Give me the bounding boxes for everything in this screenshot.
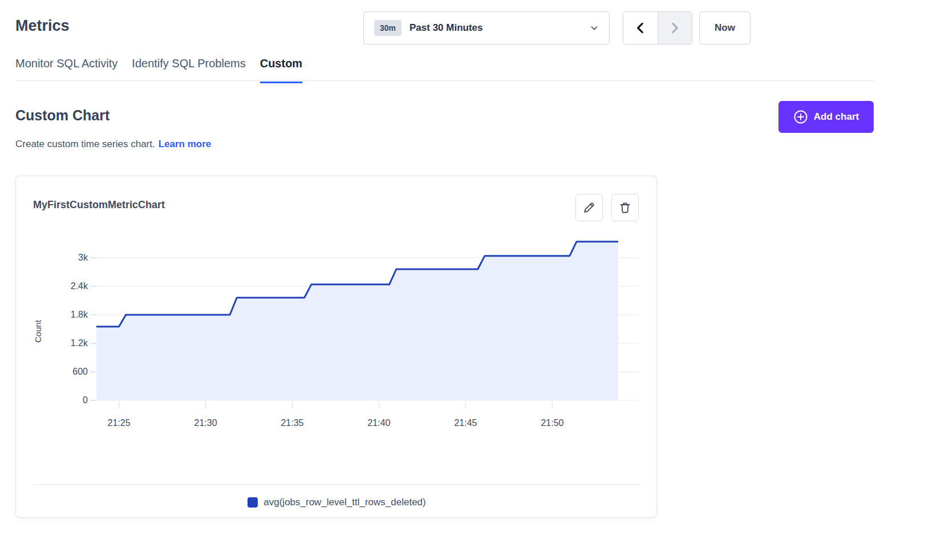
trash-icon xyxy=(618,201,632,214)
section-title: Custom Chart xyxy=(15,107,109,124)
time-range-badge: 30m xyxy=(374,20,401,36)
now-button-label: Now xyxy=(715,22,735,34)
chevron-right-icon xyxy=(667,21,682,35)
tab-monitor-sql-activity[interactable]: Monitor SQL Activity xyxy=(15,57,117,83)
time-next-button[interactable] xyxy=(658,12,692,44)
tab-bar: Monitor SQL Activity Identify SQL Proble… xyxy=(15,57,302,83)
svg-text:1.8k: 1.8k xyxy=(71,310,88,319)
svg-text:21:50: 21:50 xyxy=(541,418,563,428)
time-range-dropdown[interactable]: 30m Past 30 Minutes xyxy=(363,11,610,44)
legend-swatch xyxy=(248,497,258,508)
svg-text:3k: 3k xyxy=(78,253,88,262)
add-chart-button[interactable]: Add chart xyxy=(778,101,874,133)
time-prev-button[interactable] xyxy=(623,12,658,44)
custom-chart-card: MyFirstCustomMetricChart 06001.2k1.8k2.4… xyxy=(15,176,657,518)
svg-text:2.4k: 2.4k xyxy=(71,281,88,291)
svg-text:21:35: 21:35 xyxy=(281,418,303,428)
svg-text:600: 600 xyxy=(72,367,88,376)
svg-text:0: 0 xyxy=(83,395,88,405)
chart-svg: 06001.2k1.8k2.4k3k21:2521:3021:3521:4021… xyxy=(33,233,640,461)
tab-custom[interactable]: Custom xyxy=(260,57,302,83)
legend-label: avg(jobs_row_level_ttl_rows_deleted) xyxy=(263,497,425,508)
chevron-left-icon xyxy=(633,21,648,35)
svg-text:Count: Count xyxy=(33,319,43,343)
page-title: Metrics xyxy=(15,17,70,35)
plus-circle-icon xyxy=(793,109,808,124)
learn-more-link[interactable]: Learn more xyxy=(159,139,212,149)
card-divider xyxy=(33,484,640,485)
section-subtitle: Create custom time series chart.Learn mo… xyxy=(15,139,211,150)
add-chart-label: Add chart xyxy=(814,111,859,123)
svg-text:1.2k: 1.2k xyxy=(71,338,88,348)
time-nav-group xyxy=(623,11,692,44)
pencil-icon xyxy=(582,201,596,214)
metrics-page: Metrics 30m Past 30 Minutes Now Monitor … xyxy=(0,0,941,560)
time-range-label: Past 30 Minutes xyxy=(409,22,590,34)
now-button[interactable]: Now xyxy=(699,11,751,44)
svg-text:21:45: 21:45 xyxy=(454,418,477,428)
tabs-divider xyxy=(15,80,874,81)
section-subtitle-text: Create custom time series chart. xyxy=(15,139,155,149)
tab-identify-sql-problems[interactable]: Identify SQL Problems xyxy=(132,57,245,83)
svg-text:21:25: 21:25 xyxy=(107,418,130,428)
chevron-down-icon xyxy=(590,23,599,33)
edit-chart-button[interactable] xyxy=(575,194,603,221)
chart-legend: avg(jobs_row_level_ttl_rows_deleted) xyxy=(16,497,658,508)
svg-text:21:30: 21:30 xyxy=(194,418,217,428)
delete-chart-button[interactable] xyxy=(611,194,639,221)
chart-title: MyFirstCustomMetricChart xyxy=(33,199,165,211)
custom-chart-plot: 06001.2k1.8k2.4k3k21:2521:3021:3521:4021… xyxy=(33,233,640,461)
svg-text:21:40: 21:40 xyxy=(367,418,390,428)
